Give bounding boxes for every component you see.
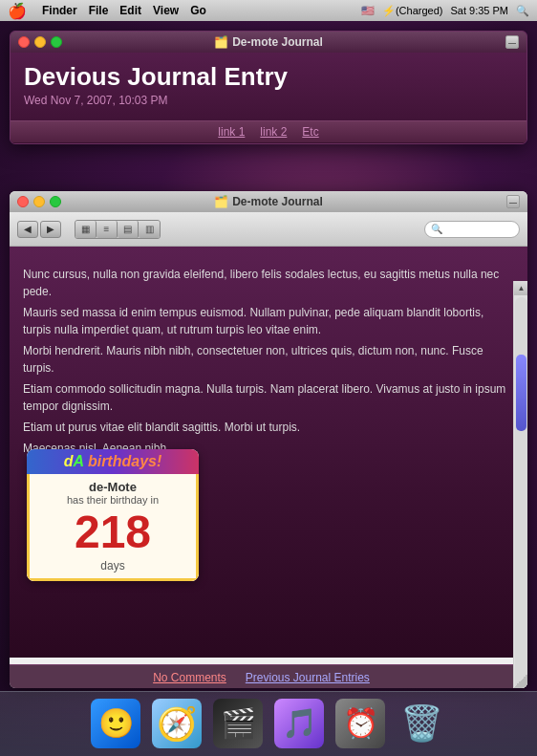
- menu-file[interactable]: File: [89, 4, 109, 17]
- menubar: 🍎 Finder File Edit View Go 🇺🇸 ⚡(Charged)…: [0, 0, 537, 21]
- column-view-button[interactable]: ▤: [118, 221, 139, 238]
- menubar-right: 🇺🇸 ⚡(Charged) Sat 9:35 PM 🔍: [361, 5, 529, 17]
- finder-content-area: Nunc cursus, nulla non gravida eleifend,…: [10, 247, 527, 688]
- top-window-title: 🗂️ De-mote Journal: [214, 35, 323, 49]
- finder-traffic-lights: [17, 196, 61, 207]
- forward-button[interactable]: ▶: [40, 221, 61, 238]
- dock-itunes[interactable]: 🎵: [274, 699, 324, 748]
- journal-top-window: 🗂️ De-mote Journal — Devious Journal Ent…: [10, 31, 527, 144]
- birthday-desc: has their birthday in: [35, 494, 190, 506]
- finder-close-button[interactable]: [17, 196, 29, 207]
- finder-zoom-button[interactable]: [50, 196, 61, 207]
- dock: 🙂 🧭 🎬 🎵 ⏰ 🗑️: [0, 691, 537, 756]
- finder-widget-button[interactable]: —: [506, 195, 520, 208]
- folder-icon: 🗂️: [214, 35, 228, 49]
- dock-finder[interactable]: 🙂: [91, 699, 140, 748]
- birthday-body: de-Mote has their birthday in 218 days: [27, 474, 199, 581]
- scrollbar-track[interactable]: [515, 297, 527, 688]
- resize-handle[interactable]: [513, 674, 527, 688]
- previous-entries-link[interactable]: Previous Journal Entries: [246, 671, 370, 684]
- zoom-button[interactable]: [51, 36, 62, 48]
- journal-entry-title: Devious Journal Entry: [24, 62, 513, 92]
- clock: Sat 9:35 PM: [450, 5, 508, 16]
- top-window-titlebar: 🗂️ De-mote Journal —: [11, 32, 526, 53]
- toolbar-link-etc[interactable]: Etc: [302, 125, 318, 139]
- window-footer: No Comments Previous Journal Entries: [10, 664, 513, 688]
- toolbar-link-1[interactable]: link 1: [218, 125, 245, 139]
- birthday-days-label: days: [35, 559, 190, 572]
- list-view-button[interactable]: ≡: [97, 221, 118, 238]
- journal-entry-date: Wed Nov 7, 2007, 10:03 PM: [24, 94, 513, 107]
- finder-minimize-button[interactable]: [33, 196, 45, 207]
- finder-toolbar: ◀ ▶ ▦ ≡ ▤ ▥ 🔍: [10, 212, 527, 247]
- battery-status: ⚡(Charged): [382, 5, 443, 17]
- close-button[interactable]: [18, 36, 30, 48]
- finder-window-title: 🗂️ De-mote Journal: [214, 195, 323, 208]
- spotlight-icon[interactable]: 🔍: [516, 5, 529, 17]
- menu-view[interactable]: View: [153, 4, 179, 17]
- menu-finder[interactable]: Finder: [42, 4, 77, 17]
- traffic-lights: [18, 36, 62, 48]
- birthday-number: 218: [35, 509, 190, 555]
- apple-menu[interactable]: 🍎: [8, 2, 27, 20]
- desktop: 🗂️ De-mote Journal — Devious Journal Ent…: [0, 21, 537, 756]
- menu-edit[interactable]: Edit: [119, 4, 141, 17]
- menu-go[interactable]: Go: [190, 4, 206, 17]
- nav-buttons: ◀ ▶: [17, 221, 61, 238]
- birthday-name: de-Mote: [35, 480, 190, 494]
- journal-toolbar: link 1 link 2 Etc: [11, 120, 526, 143]
- flag-icon: 🇺🇸: [361, 5, 375, 17]
- view-buttons: ▦ ≡ ▤ ▥: [75, 220, 161, 239]
- dock-trash[interactable]: 🗑️: [397, 699, 446, 748]
- birthday-header-text: dA birthdays!: [64, 453, 162, 469]
- finder-content: Nunc cursus, nulla non gravida eleifend,…: [10, 247, 527, 658]
- back-button[interactable]: ◀: [17, 221, 38, 238]
- scrollbar-thumb[interactable]: [516, 355, 526, 431]
- toolbar-link-2[interactable]: link 2: [260, 125, 287, 139]
- minimize-button[interactable]: [34, 36, 46, 48]
- journal-body-text: Nunc cursus, nulla non gravida eleifend,…: [23, 266, 514, 457]
- scroll-up-arrow[interactable]: ▲: [514, 281, 527, 295]
- finder-titlebar: 🗂️ De-mote Journal —: [10, 191, 527, 212]
- birthday-widget: dA birthdays! de-Mote has their birthday…: [27, 449, 199, 581]
- search-icon: 🔍: [431, 224, 442, 234]
- icon-view-button[interactable]: ▦: [75, 221, 97, 238]
- birthday-header: dA birthdays!: [27, 449, 199, 474]
- window-widget-button[interactable]: —: [505, 35, 519, 49]
- dock-safari[interactable]: 🧭: [152, 699, 202, 748]
- finder-folder-icon: 🗂️: [214, 195, 228, 208]
- journal-header: Devious Journal Entry Wed Nov 7, 2007, 1…: [11, 53, 526, 120]
- dock-time-machine[interactable]: ⏰: [335, 699, 385, 748]
- coverflow-view-button[interactable]: ▥: [139, 221, 160, 238]
- scrollbar[interactable]: ▲ ▼: [513, 281, 527, 688]
- finder-window: 🗂️ De-mote Journal — ◀ ▶ ▦ ≡ ▤ ▥ 🔍: [10, 191, 527, 688]
- no-comments-link[interactable]: No Comments: [153, 671, 226, 684]
- dock-dvd-player[interactable]: 🎬: [213, 699, 263, 748]
- search-box[interactable]: 🔍: [424, 221, 520, 238]
